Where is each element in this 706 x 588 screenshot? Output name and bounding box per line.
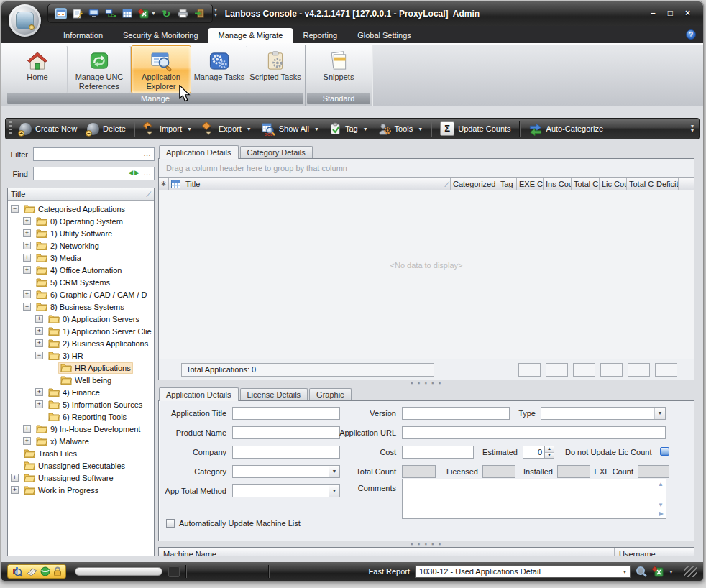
tree-item[interactable]: + 2) Business Applications <box>8 337 154 349</box>
group-by-panel[interactable]: Drag a column header here to group by th… <box>159 159 694 177</box>
app-total-method-select[interactable]: ▼ <box>232 484 340 497</box>
tree-item[interactable]: 5) CRM Systems <box>8 276 154 288</box>
expand-toggle-icon[interactable]: + <box>23 229 31 237</box>
chevron-down-icon[interactable]: ▼ <box>620 569 630 574</box>
tab-global-settings[interactable]: Global Settings <box>347 28 421 43</box>
exit-icon[interactable] <box>193 8 206 19</box>
expand-toggle-icon[interactable]: + <box>11 474 19 482</box>
column-header-ins-count[interactable]: Ins Cou <box>544 178 572 190</box>
lock-icon[interactable] <box>53 566 62 576</box>
tree-item[interactable]: + x) Malware <box>8 435 154 447</box>
snippets-button[interactable]: Snippets <box>307 45 370 93</box>
horizontal-splitter[interactable]: ▪ ▪ ▪ ▪ ▪ <box>158 541 694 547</box>
column-header-deficit[interactable]: Deficit <box>654 178 679 190</box>
category-select[interactable]: ▼ <box>232 465 340 478</box>
column-header-tag[interactable]: Tag <box>498 178 517 190</box>
restore-layout-icon[interactable] <box>55 8 67 19</box>
tools-dropdown-icon[interactable]: ▼ <box>418 127 423 132</box>
scroll-up-icon[interactable]: ▲ <box>658 481 664 487</box>
horizontal-splitter[interactable]: ▪ ▪ ▪ ▪ ▪ <box>158 380 694 386</box>
export-excel-icon[interactable] <box>652 566 664 577</box>
column-header-username[interactable]: Username <box>615 548 694 556</box>
create-new-button[interactable]: + Create New <box>14 120 82 137</box>
filter-input[interactable]: … <box>33 147 155 161</box>
export-button[interactable]: Export ▼ <box>197 120 257 137</box>
toolbar-grip[interactable] <box>9 121 12 136</box>
refresh-icon[interactable]: ↻ <box>160 8 173 19</box>
auto-update-machine-list-checkbox[interactable] <box>166 519 175 528</box>
update-counts-button[interactable]: Σ Update Counts <box>435 120 515 137</box>
help-icon[interactable]: ? <box>686 29 696 40</box>
tree-column-header[interactable]: Title ∕ <box>8 188 154 201</box>
tree-item[interactable]: − Categorised Applications <box>8 203 154 215</box>
tab-application-details-grid[interactable]: Application Details <box>159 145 239 159</box>
find-report-icon[interactable] <box>12 566 23 577</box>
health-ball-icon[interactable] <box>40 566 50 576</box>
tab-reporting[interactable]: Reporting <box>293 28 347 43</box>
tree-item[interactable]: + 0) Application Servers <box>8 313 154 325</box>
import-button[interactable]: Import ▼ <box>138 120 197 137</box>
tools-button[interactable]: Tools ▼ <box>373 120 428 137</box>
tree-item[interactable]: Unassigned Executables <box>8 459 154 472</box>
toolbar-overflow-icon[interactable]: ▾▾ <box>691 124 696 133</box>
maximize-button[interactable]: □ <box>668 8 673 18</box>
monitor-tree-icon[interactable] <box>104 8 116 19</box>
application-url-field[interactable] <box>402 426 666 439</box>
app-orb-button[interactable] <box>9 4 41 37</box>
find-prev-next-icons[interactable]: ◀▶ <box>128 169 141 176</box>
tree-item[interactable]: − 8) Business Systems <box>8 300 154 313</box>
minimize-button[interactable]: – <box>651 8 656 18</box>
tree-item[interactable]: + 0) Operating System <box>8 215 154 227</box>
cost-field[interactable] <box>402 446 474 459</box>
export-dropdown-icon[interactable]: ▼ <box>669 569 674 574</box>
tag-dropdown-icon[interactable]: ▼ <box>363 127 368 132</box>
column-header-categorized[interactable]: Categorized <box>451 178 498 190</box>
expand-toggle-icon[interactable]: + <box>35 388 43 396</box>
product-name-field[interactable] <box>232 426 340 439</box>
manage-unc-references-button[interactable]: Manage UNC References <box>68 45 131 93</box>
comments-field[interactable]: ▲ ▼ ▶ <box>402 479 666 519</box>
fast-report-select[interactable]: 1030-12 - Used Applications Detail ▼ <box>415 565 631 578</box>
print-icon[interactable] <box>177 8 189 19</box>
grid-view-icon[interactable] <box>121 8 133 19</box>
company-field[interactable] <box>232 446 340 459</box>
tab-manage-migrate[interactable]: Manage & Migrate <box>208 28 293 43</box>
excel-export-icon[interactable] <box>137 8 150 19</box>
expand-toggle-icon[interactable]: + <box>23 290 31 298</box>
expand-toggle-icon[interactable]: − <box>23 303 31 311</box>
tab-information[interactable]: Information <box>53 28 113 43</box>
scroll-right-icon[interactable]: ▶ <box>659 510 664 517</box>
resize-grip[interactable] <box>684 566 697 577</box>
tab-category-details[interactable]: Category Details <box>240 146 313 158</box>
do-not-update-lic-count-toggle-icon[interactable] <box>660 447 669 456</box>
export-dropdown-icon[interactable]: ▼ <box>247 127 252 132</box>
tree-item[interactable]: + 9) In-House Development <box>8 423 154 435</box>
expand-toggle-icon[interactable]: − <box>35 352 43 359</box>
tree-item[interactable]: + 2) Networking <box>8 239 154 252</box>
show-all-dropdown-icon[interactable]: ▼ <box>314 127 319 132</box>
tab-graphic[interactable]: Graphic <box>309 388 352 400</box>
close-button[interactable]: × <box>685 8 690 18</box>
expand-toggle-icon[interactable]: + <box>35 400 43 408</box>
find-input[interactable]: ◀▶ … <box>33 167 155 180</box>
tree-item[interactable]: + 5) Information Sources <box>8 398 154 410</box>
tree-item[interactable]: + Work in Progress <box>8 484 154 496</box>
expand-toggle-icon[interactable]: + <box>23 266 31 274</box>
column-header-machine-name[interactable]: Machine Name <box>159 548 615 556</box>
tree-item[interactable]: HR Applications <box>8 362 154 374</box>
expand-toggle-icon[interactable]: + <box>35 339 43 347</box>
scroll-down-icon[interactable]: ▼ <box>658 502 664 508</box>
tab-security-monitoring[interactable]: Security & Monitoring <box>113 28 208 43</box>
tree-item[interactable]: Well being <box>8 374 154 386</box>
tag-button[interactable]: Tag ▼ <box>324 120 373 137</box>
auto-categorize-button[interactable]: Auto-Categorize <box>523 120 609 137</box>
progress-options-button[interactable] <box>168 566 180 577</box>
filter-browse-button[interactable]: … <box>143 149 152 157</box>
expand-toggle-icon[interactable]: + <box>35 315 43 323</box>
tree-item[interactable]: Trash Files <box>8 447 154 459</box>
tab-license-details[interactable]: License Details <box>240 388 308 400</box>
tree-item[interactable]: + 3) Media <box>8 252 154 264</box>
manage-tasks-button[interactable]: Manage Tasks <box>191 45 247 93</box>
tree-item[interactable]: + 6) Graphic / CAD / CAM / D <box>8 288 154 300</box>
expand-toggle-icon[interactable]: + <box>23 242 31 249</box>
